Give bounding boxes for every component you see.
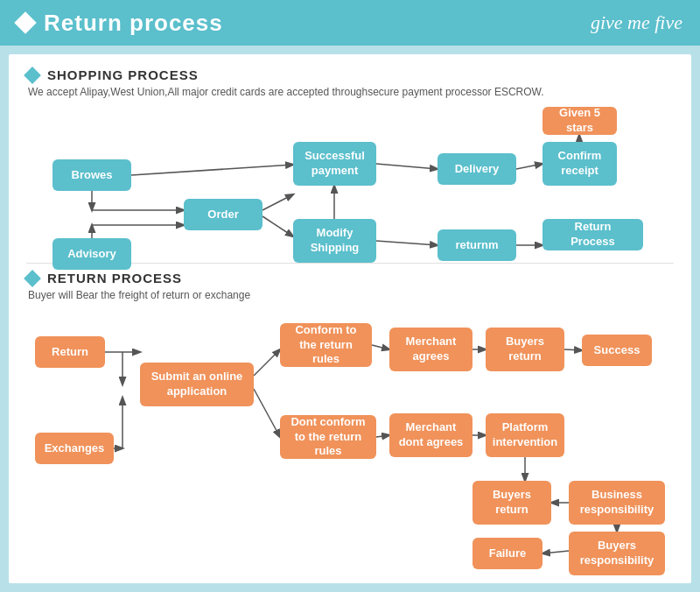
order-box: Order	[184, 199, 262, 230]
svg-line-13	[376, 241, 438, 245]
returnm-box: returnm	[438, 229, 516, 261]
return-flow: Return Submit an online application Exch…	[26, 310, 674, 564]
shopping-subtitle: We accept Alipay,West Union,All major cr…	[28, 86, 674, 98]
shopping-diamond	[24, 67, 41, 84]
shopping-title: SHOPPING PROCESS	[47, 67, 199, 82]
svg-line-7	[262, 194, 293, 210]
return-process-box: Return Process	[542, 219, 643, 250]
buyers-return1-box: Buyers return	[486, 328, 564, 371]
svg-line-21	[372, 345, 389, 349]
buyers-return2-box: Buyers return	[472, 481, 551, 525]
shopping-section-header: SHOPPING PROCESS	[26, 67, 674, 82]
confirm-receipt-box: Confirm receipt	[542, 142, 617, 186]
modify-shipping-box: Modify Shipping	[293, 219, 376, 263]
svg-line-29	[542, 551, 569, 553]
buyers-resp-box: Buyers responsibility	[569, 532, 665, 575]
successful-payment-box: Successful payment	[293, 142, 376, 186]
business-resp-box: Business responsibility	[569, 481, 665, 525]
return-box: Return	[35, 336, 105, 368]
svg-line-24	[376, 435, 389, 437]
conform-rules-box: Conform to the return rules	[280, 323, 372, 367]
main-content: SHOPPING PROCESS We accept Alipay,West U…	[9, 54, 691, 583]
svg-line-23	[564, 349, 582, 350]
dont-conform-box: Dont conform to the return rules	[280, 415, 376, 459]
svg-line-8	[262, 216, 293, 236]
browes-box: Browes	[52, 159, 131, 191]
success-box: Success	[582, 335, 652, 366]
shopping-flow: Browes Order Advisory Modify Shipping Su…	[26, 107, 674, 256]
return-subtitle: Buyer will Bear the freight of return or…	[28, 289, 674, 301]
header-diamond	[14, 11, 36, 33]
failure-box: Failure	[472, 538, 542, 569]
submit-online-box: Submit an online application	[140, 363, 254, 406]
delivery-box: Delivery	[438, 153, 516, 185]
exchanges-box: Exchanges	[35, 433, 114, 464]
svg-line-10	[376, 164, 438, 169]
given-5-stars-box: Given 5 stars	[542, 107, 617, 135]
platform-box: Platform intervention	[486, 413, 564, 457]
svg-line-2	[131, 165, 293, 175]
advisory-box: Advisory	[52, 238, 131, 270]
svg-line-17	[254, 349, 280, 376]
merchant-agrees-box: Merchant agrees	[389, 328, 472, 371]
page-title: Return process	[44, 10, 223, 37]
svg-line-11	[516, 164, 542, 169]
svg-line-18	[254, 389, 280, 437]
return-diamond	[24, 270, 41, 287]
return-title: RETURN PROCESS	[47, 271, 182, 285]
return-section-header: RETURN PROCESS	[26, 271, 674, 285]
brand-logo: give me five	[591, 11, 682, 34]
merchant-dont-box: Merchant dont agrees	[389, 413, 472, 457]
page-header: Return process give me five	[0, 0, 700, 46]
